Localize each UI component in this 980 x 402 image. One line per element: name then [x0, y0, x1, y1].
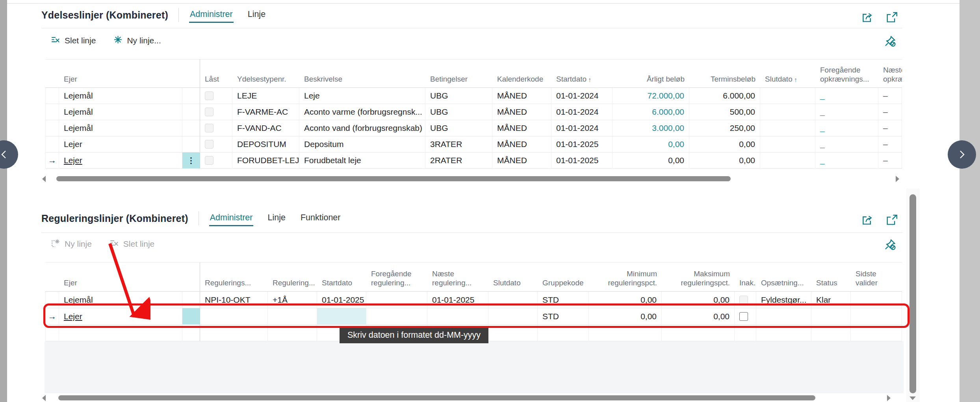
cell-beskrivelse[interactable]: Aconto vand (forbrugsregnskab)	[299, 120, 425, 136]
cell-termins[interactable]: 0,00	[689, 153, 760, 169]
cell-termins[interactable]: 6.000,00	[689, 88, 760, 104]
row-selector-active[interactable]: →	[45, 153, 59, 169]
scroll-left-arrow[interactable]	[42, 395, 46, 401]
cell-beskrivelse[interactable]: Forudbetalt leje	[299, 153, 425, 169]
col-slutdato[interactable]: Slutdato↑	[760, 59, 815, 88]
col-ejer[interactable]: Ejer	[59, 59, 182, 88]
cell-startdato[interactable]: 01-01-2024	[551, 104, 612, 120]
col-status[interactable]: Status	[811, 262, 851, 292]
checkbox-laast[interactable]	[205, 124, 213, 132]
cell-slutdato[interactable]	[488, 308, 538, 325]
open-in-window-icon[interactable]	[884, 9, 900, 25]
cell-kalenderkode[interactable]: MÅNED	[492, 120, 551, 136]
cell-laast[interactable]	[200, 104, 232, 120]
next-record-button[interactable]	[948, 140, 976, 169]
cell-naeste[interactable]: –	[878, 104, 902, 120]
cell-kalenderkode[interactable]: MÅNED	[492, 88, 551, 104]
cell-foregaaende-link[interactable]: _	[815, 104, 878, 120]
open-in-window-icon[interactable]	[884, 212, 900, 228]
cell-slutdato[interactable]	[760, 104, 815, 120]
share-icon[interactable]	[859, 9, 875, 25]
scroll-left-arrow[interactable]	[42, 176, 46, 182]
cell-typenr[interactable]: FORUDBET-LEJE	[232, 153, 299, 169]
row-selector[interactable]	[45, 120, 59, 136]
cell-ejer[interactable]: Lejemål	[59, 292, 182, 308]
col-betingelser[interactable]: Betingelser	[425, 59, 492, 88]
col-minimum-reguleringspct[interactable]: Minimum reguleringspct.	[589, 262, 662, 292]
share-icon[interactable]	[859, 212, 875, 228]
col-ydelsestypenr[interactable]: Ydelsestypenr.	[232, 59, 299, 88]
cell-slutdato[interactable]	[760, 136, 815, 153]
cell-ejer[interactable]	[59, 325, 182, 341]
checkbox-laast[interactable]	[205, 108, 213, 116]
cell-foregaaende[interactable]	[366, 308, 427, 325]
cell-typenr[interactable]: F-VAND-AC	[232, 120, 299, 136]
col-naeste-opkrae[interactable]: Næste opkræ	[878, 59, 902, 88]
tab-administrer[interactable]: Administrer	[209, 210, 254, 226]
cell-termins[interactable]: 0,00	[689, 136, 760, 153]
col-inaktiv[interactable]: Inak...	[735, 262, 756, 292]
row-selector[interactable]	[45, 104, 59, 120]
cell-ejer[interactable]: Lejer	[59, 136, 182, 153]
cell-beskrivelse[interactable]: Depositum	[299, 136, 425, 153]
col-slutdato[interactable]: Slutdato	[488, 262, 538, 292]
col-regulering[interactable]: Regulering...	[268, 262, 317, 292]
new-line-button[interactable]: Ny linje...	[113, 35, 161, 47]
row-menu-handle[interactable]: ⋮	[182, 153, 200, 169]
cell-regulering[interactable]: +1Å	[268, 292, 317, 308]
cell-beskrivelse[interactable]: Aconto varme (forbrugsregnsk...	[299, 104, 425, 120]
cell-laast[interactable]	[200, 88, 232, 104]
cell-naeste[interactable]: –	[878, 153, 902, 169]
cell-slutdato[interactable]	[488, 292, 538, 308]
col-foregaaende-regulering[interactable]: Foregående regulering...	[366, 262, 427, 292]
cell-naeste[interactable]: 01-01-2025	[427, 292, 488, 308]
cell-betingelser[interactable]: 2RATER	[425, 153, 492, 169]
tab-administrer[interactable]: Administrer	[189, 7, 234, 23]
col-startdato[interactable]: Startdato↑	[551, 59, 612, 88]
cell-minimum[interactable]: 0,00	[589, 308, 662, 325]
cell-opsaetning[interactable]	[756, 308, 811, 325]
checkbox-laast[interactable]	[205, 140, 213, 149]
cell-sidste[interactable]	[851, 325, 902, 341]
col-maksimum-reguleringspct[interactable]: Maksimum reguleringspct.	[662, 262, 735, 292]
cell-aarligt-link[interactable]: 6.000,00	[612, 104, 689, 120]
cell-laast[interactable]	[200, 136, 232, 153]
delete-line-button[interactable]: Slet linje	[50, 35, 96, 47]
cell-reguleringskode[interactable]	[200, 325, 268, 341]
row-selector-active[interactable]: →	[45, 308, 59, 325]
cell-foregaaende[interactable]	[366, 292, 427, 308]
cell-aarligt-link[interactable]: 0,00	[612, 136, 689, 153]
cell-termins[interactable]: 500,00	[689, 104, 760, 120]
cell-startdato[interactable]: 01-01-2025	[317, 292, 366, 308]
cell-betingelser[interactable]: UBG	[425, 120, 492, 136]
cell-startdato-editing[interactable]	[317, 308, 366, 325]
row-selector[interactable]	[45, 325, 59, 341]
cell-reguleringskode[interactable]	[200, 308, 268, 325]
cell-foregaaende-link[interactable]: _	[815, 120, 878, 136]
cell-gruppekode[interactable]	[538, 325, 589, 341]
cell-startdato[interactable]: 01-01-2025	[551, 136, 612, 153]
col-foregaaende-opkraevnings[interactable]: Foregående opkrævnings...	[815, 59, 878, 88]
cell-inaktiv[interactable]	[735, 292, 756, 308]
cell-laast[interactable]	[200, 153, 232, 169]
cell-typenr[interactable]: DEPOSITUM	[232, 136, 299, 153]
row-selector[interactable]	[45, 292, 59, 308]
col-sidste-valideringsdato[interactable]: Sidste valider	[851, 262, 902, 292]
cell-kalenderkode[interactable]: MÅNED	[492, 104, 551, 120]
new-line-button-disabled[interactable]: Ny linje	[50, 238, 92, 250]
cell-menu[interactable]	[182, 325, 200, 341]
cell-sidste[interactable]	[851, 308, 902, 325]
tab-linje[interactable]: Linje	[267, 210, 286, 226]
unpin-icon[interactable]	[882, 33, 898, 49]
row-selector[interactable]	[45, 88, 59, 104]
cell-termins[interactable]: 250,00	[689, 120, 760, 136]
cell-naeste[interactable]: –	[878, 120, 902, 136]
tab-funktioner[interactable]: Funktioner	[300, 210, 342, 226]
horizontal-scrollbar-thumb[interactable]	[56, 176, 731, 181]
cell-minimum[interactable]	[589, 325, 662, 341]
cell-minimum[interactable]: 0,00	[589, 292, 662, 308]
cell-naeste[interactable]: –	[878, 88, 902, 104]
cell-maksimum[interactable]: 0,00	[662, 308, 735, 325]
cell-menu[interactable]	[182, 104, 200, 120]
cell-foregaaende-link[interactable]: _	[815, 88, 878, 104]
